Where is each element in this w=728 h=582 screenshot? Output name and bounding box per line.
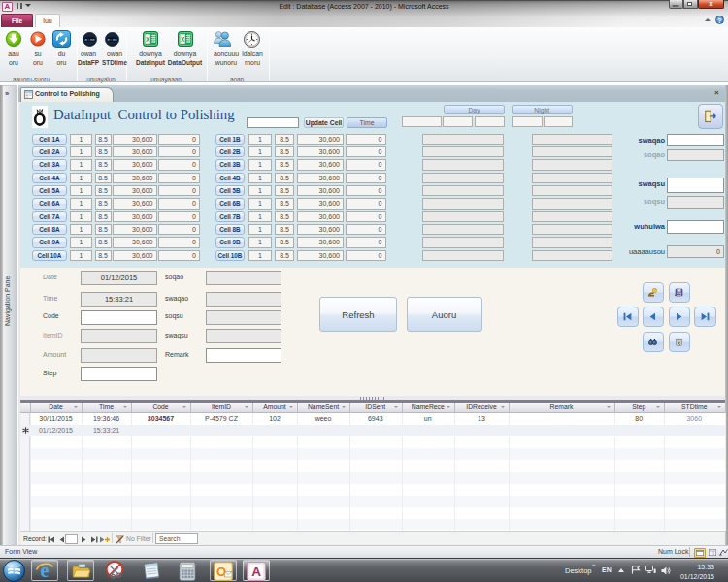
svg-text:A: A xyxy=(251,565,261,579)
svg-text:X: X xyxy=(180,35,184,42)
svg-text:8:30: 8:30 xyxy=(84,37,95,41)
svg-text:X: X xyxy=(145,35,149,42)
svg-text:8:30: 8:30 xyxy=(107,37,117,41)
